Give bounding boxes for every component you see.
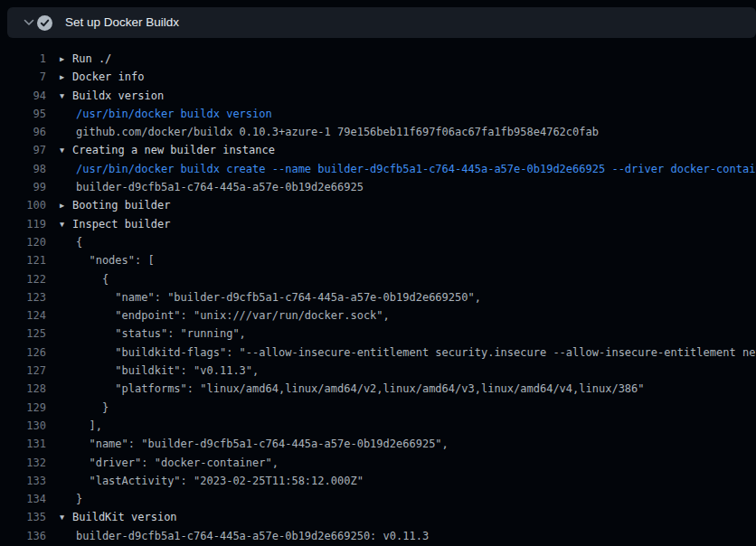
log-line-text: "name": "builder-d9cfb5a1-c764-445a-a57e… [60,435,449,453]
log-row: 120 { [0,233,756,251]
group-expanded-icon[interactable]: ▼ [60,87,72,105]
log-row: 98 /usr/bin/docker buildx create --name … [0,160,756,178]
log-row[interactable]: 97 ▼Creating a new builder instance [0,141,756,159]
log-row: 96 github.com/docker/buildx 0.10.3+azure… [0,123,756,141]
check-circle-icon [37,15,52,31]
line-number[interactable]: 120 [0,233,46,251]
log-line-text: ▼BuildKit version [60,508,177,526]
line-number[interactable]: 121 [0,251,46,269]
line-number[interactable]: 130 [0,417,46,435]
log-row[interactable]: 7 ▶Docker info [0,68,756,86]
step-header[interactable]: Set up Docker Buildx [7,7,756,38]
log-row: 134 } [0,490,756,508]
log-line-text: "name": "builder-d9cfb5a1-c764-445a-a57e… [60,288,481,306]
line-number[interactable]: 127 [0,362,46,380]
line-number[interactable]: 98 [0,160,46,178]
group-expanded-icon[interactable]: ▼ [60,508,72,526]
log-row: 95 /usr/bin/docker buildx version [0,105,756,123]
log-lines: 1 ▶Run ./ 7 ▶Docker info 94 ▼Buildx vers… [0,50,756,545]
log-row: 132 "driver": "docker-container", [0,454,756,472]
log-line-text: /usr/bin/docker buildx create --name bui… [60,160,756,178]
log-row: 133 "lastActivity": "2023-02-25T11:58:12… [0,472,756,490]
log-line-text: github.com/docker/buildx 0.10.3+azure-1 … [60,123,599,141]
log-line-text: "lastActivity": "2023-02-25T11:58:12.000… [60,472,364,490]
log-line-text: ▶Docker info [60,68,144,86]
log-line-text: "platforms": "linux/amd64,linux/amd64/v2… [60,380,645,398]
log-line-text: ▼Inspect builder [60,215,170,233]
log-line-text: { [60,270,109,288]
line-number[interactable]: 133 [0,472,46,490]
log-row: 126 "buildkitd-flags": "--allow-insecure… [0,344,756,362]
log-line-text: builder-d9cfb5a1-c764-445a-a57e-0b19d2e6… [60,178,364,196]
log-line-text: builder-d9cfb5a1-c764-445a-a57e-0b19d2e6… [60,527,429,545]
line-number[interactable]: 135 [0,508,46,526]
log-row[interactable]: 1 ▶Run ./ [0,50,756,68]
line-number[interactable]: 136 [0,527,46,545]
log-line-text: "nodes": [ [60,251,155,269]
log-row: 129 } [0,399,756,417]
log-line-text: ▶Run ./ [60,50,111,68]
log-line-text: ▼Creating a new builder instance [60,141,275,159]
log-row: 130 ], [0,417,756,435]
line-number[interactable]: 129 [0,399,46,417]
log-line-text: ▼Buildx version [60,87,164,105]
line-number[interactable]: 124 [0,306,46,325]
line-number[interactable]: 126 [0,344,46,362]
log-line-text: "endpoint": "unix:///var/run/docker.sock… [60,306,390,325]
line-number[interactable]: 95 [0,105,46,123]
group-expanded-icon[interactable]: ▼ [60,215,72,233]
log-row[interactable]: 94 ▼Buildx version [0,87,756,105]
line-number[interactable]: 97 [0,141,46,159]
log-row[interactable]: 100 ▶Booting builder [0,196,756,214]
log-row: 122 { [0,270,756,288]
log-line-text: } [60,490,82,508]
log-row[interactable]: 119 ▼Inspect builder [0,215,756,233]
log-row: 121 "nodes": [ [0,251,756,269]
line-number[interactable]: 125 [0,325,46,343]
log-viewer: 1 ▶Run ./ 7 ▶Docker info 94 ▼Buildx vers… [0,38,756,546]
log-line-text: "driver": "docker-container", [60,454,279,472]
log-line-text: /usr/bin/docker buildx version [60,105,272,123]
line-number[interactable]: 100 [0,196,46,214]
log-row: 128 "platforms": "linux/amd64,linux/amd6… [0,380,756,398]
log-line-text: ], [60,417,102,435]
line-number[interactable]: 122 [0,270,46,288]
log-row[interactable]: 135 ▼BuildKit version [0,508,756,526]
log-row: 131 "name": "builder-d9cfb5a1-c764-445a-… [0,435,756,453]
log-line-text: { [60,233,82,251]
log-line-text: "status": "running", [60,325,246,343]
line-number[interactable]: 134 [0,490,46,508]
log-line-text: "buildkitd-flags": "--allow-insecure-ent… [60,344,756,362]
log-row: 99 builder-d9cfb5a1-c764-445a-a57e-0b19d… [0,178,756,196]
log-line-text: ▶Booting builder [60,196,170,214]
line-number[interactable]: 96 [0,123,46,141]
log-row: 127 "buildkit": "v0.11.3", [0,362,756,380]
line-number[interactable]: 119 [0,215,46,233]
log-row: 136 builder-d9cfb5a1-c764-445a-a57e-0b19… [0,527,756,545]
line-number[interactable]: 132 [0,454,46,472]
log-row: 123 "name": "builder-d9cfb5a1-c764-445a-… [0,288,756,306]
line-number[interactable]: 94 [0,87,46,105]
line-number[interactable]: 131 [0,435,46,453]
group-collapsed-icon[interactable]: ▶ [60,50,72,68]
group-collapsed-icon[interactable]: ▶ [60,68,72,86]
log-row: 124 "endpoint": "unix:///var/run/docker.… [0,306,756,325]
line-number[interactable]: 7 [0,68,46,86]
step-title: Set up Docker Buildx [65,7,179,38]
group-collapsed-icon[interactable]: ▶ [60,196,72,214]
log-line-text: "buildkit": "v0.11.3", [60,362,259,380]
line-number[interactable]: 123 [0,288,46,306]
chevron-down-icon[interactable] [24,17,34,28]
line-number[interactable]: 99 [0,178,46,196]
log-line-text: } [60,399,109,417]
group-expanded-icon[interactable]: ▼ [60,141,72,159]
log-row: 125 "status": "running", [0,325,756,343]
line-number[interactable]: 128 [0,380,46,398]
line-number[interactable]: 1 [0,50,46,68]
